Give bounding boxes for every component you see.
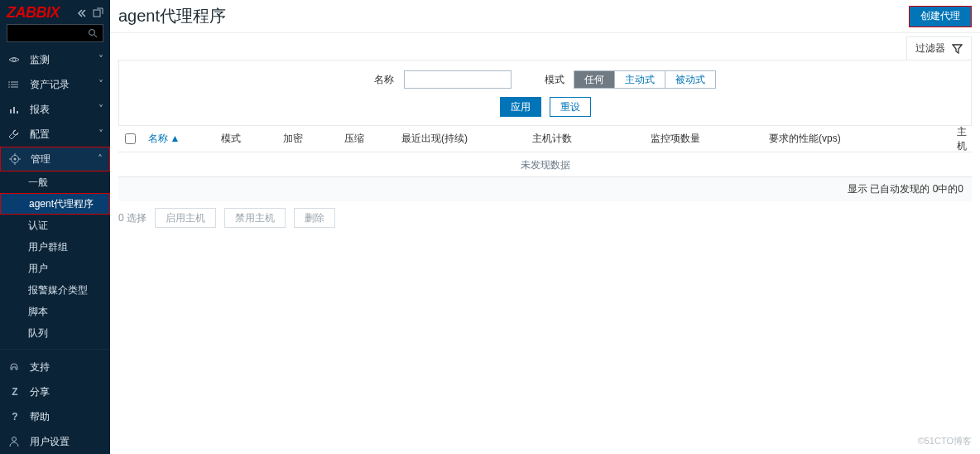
svg-point-3 bbox=[12, 58, 16, 61]
create-proxy-button[interactable]: 创建代理 bbox=[910, 7, 971, 27]
svg-rect-11 bbox=[13, 107, 15, 114]
search-input[interactable] bbox=[12, 27, 88, 39]
chart-icon bbox=[8, 104, 22, 115]
sub-scripts[interactable]: 脚本 bbox=[0, 301, 110, 322]
sub-auth[interactable]: 认证 bbox=[0, 215, 110, 236]
collapse-icon[interactable] bbox=[76, 7, 88, 19]
col-compression[interactable]: 压缩 bbox=[339, 132, 396, 146]
z-icon: Z bbox=[8, 386, 22, 398]
nav-user-settings[interactable]: 用户设置 bbox=[0, 429, 110, 454]
svg-point-8 bbox=[8, 84, 10, 85]
table-header: 名称▲ 模式 加密 压缩 最近出现(持续) 主机计数 监控项数量 要求的性能(v… bbox=[118, 126, 972, 152]
nav-configuration[interactable]: 配置 ˅ bbox=[0, 122, 110, 147]
col-required-perf[interactable]: 要求的性能(vps) bbox=[764, 132, 952, 146]
nav-label: 监测 bbox=[30, 53, 90, 67]
sub-proxies[interactable]: agent代理程序 bbox=[0, 193, 110, 215]
nav-label: 配置 bbox=[30, 128, 90, 142]
mode-passive[interactable]: 被动式 bbox=[665, 71, 715, 88]
col-last-seen[interactable]: 最近出现(持续) bbox=[396, 132, 527, 146]
chevron-down-icon: ˅ bbox=[98, 104, 103, 115]
page-title: agent代理程序 bbox=[118, 5, 226, 27]
svg-rect-0 bbox=[94, 10, 100, 17]
col-host-count[interactable]: 主机计数 bbox=[527, 132, 646, 146]
svg-line-2 bbox=[94, 35, 97, 37]
nav-label: 报表 bbox=[30, 103, 90, 117]
nav-monitoring[interactable]: 监测 ˅ bbox=[0, 47, 110, 72]
col-item-count[interactable]: 监控项数量 bbox=[646, 132, 764, 146]
sub-mediatypes[interactable]: 报警媒介类型 bbox=[0, 279, 110, 301]
nav-menu: 监测 ˅ 资产记录 ˅ 报表 ˅ 配置 ˅ 管理 ˄ bbox=[0, 47, 110, 171]
nav-label: 分享 bbox=[30, 385, 103, 399]
bulk-enable-button[interactable]: 启用主机 bbox=[155, 208, 216, 228]
sort-asc-icon: ▲ bbox=[171, 133, 180, 144]
col-mode[interactable]: 模式 bbox=[216, 132, 277, 146]
filter-apply-button[interactable]: 应用 bbox=[500, 97, 541, 117]
chevron-up-icon: ˄ bbox=[98, 153, 103, 165]
sidebar-top: ZABBIX bbox=[0, 0, 110, 24]
chevron-down-icon: ˅ bbox=[98, 79, 103, 90]
support-icon bbox=[8, 361, 22, 373]
sub-usergroups[interactable]: 用户群组 bbox=[0, 236, 110, 258]
svg-point-19 bbox=[12, 437, 17, 442]
header-row: agent代理程序 创建代理 bbox=[110, 0, 980, 33]
chevron-down-icon: ˅ bbox=[98, 54, 103, 65]
eye-icon bbox=[8, 54, 22, 65]
svg-point-7 bbox=[8, 81, 10, 83]
bulk-disable-button[interactable]: 禁用主机 bbox=[224, 208, 286, 228]
list-icon bbox=[8, 79, 22, 90]
filter-mode-segment: 任何 主动式 被动式 bbox=[574, 70, 716, 89]
nav-administration[interactable]: 管理 ˄ bbox=[0, 147, 110, 171]
col-host[interactable]: 主机 bbox=[952, 125, 972, 153]
sidebar: ZABBIX 监测 ˅ bbox=[0, 0, 110, 454]
selected-count: 0 选择 bbox=[118, 211, 147, 225]
table-empty: 未发现数据 bbox=[118, 152, 972, 177]
filter-name-input[interactable] bbox=[404, 70, 512, 89]
user-icon bbox=[8, 436, 22, 447]
sub-queue[interactable]: 队列 bbox=[0, 322, 110, 344]
popout-icon[interactable] bbox=[93, 7, 103, 19]
select-all-checkbox[interactable] bbox=[125, 133, 136, 144]
filter-label: 过滤器 bbox=[915, 41, 945, 56]
nav-label: 管理 bbox=[31, 152, 89, 167]
search-input-wrap[interactable] bbox=[7, 24, 103, 42]
filter-toggle[interactable]: 过滤器 bbox=[906, 36, 972, 60]
table-summary: 显示 已自动发现的 0中的0 bbox=[118, 177, 972, 201]
filter-reset-button[interactable]: 重设 bbox=[550, 97, 591, 117]
svg-point-14 bbox=[14, 158, 17, 161]
nav-help[interactable]: ? 帮助 bbox=[0, 404, 110, 429]
main-content: agent代理程序 创建代理 过滤器 名称 模式 任何 bbox=[110, 0, 980, 454]
bulk-delete-button[interactable]: 删除 bbox=[294, 208, 335, 228]
nav-inventory[interactable]: 资产记录 ˅ bbox=[0, 72, 110, 97]
filter-name-label: 名称 bbox=[374, 74, 394, 85]
admin-submenu: 一般 agent代理程序 认证 用户群组 用户 报警媒介类型 脚本 队列 bbox=[0, 171, 110, 344]
sub-general[interactable]: 一般 bbox=[0, 171, 110, 193]
search-icon bbox=[88, 28, 98, 38]
nav-share[interactable]: Z 分享 bbox=[0, 379, 110, 404]
nav-label: 资产记录 bbox=[30, 78, 90, 92]
sub-users[interactable]: 用户 bbox=[0, 258, 110, 279]
chevron-down-icon: ˅ bbox=[98, 128, 103, 140]
col-encryption[interactable]: 加密 bbox=[278, 132, 339, 146]
col-name[interactable]: 名称▲ bbox=[143, 132, 217, 146]
gear-icon bbox=[9, 153, 22, 165]
nav-label: 支持 bbox=[30, 360, 103, 374]
svg-rect-12 bbox=[17, 111, 18, 114]
svg-point-1 bbox=[89, 30, 95, 36]
zabbix-logo: ZABBIX bbox=[7, 4, 60, 22]
help-icon: ? bbox=[8, 411, 22, 423]
bottom-menu: 支持 Z 分享 ? 帮助 用户设置 bbox=[0, 349, 110, 454]
mode-active[interactable]: 主动式 bbox=[615, 71, 665, 88]
wrench-icon bbox=[8, 128, 22, 140]
mode-any[interactable]: 任何 bbox=[574, 71, 615, 88]
nav-reports[interactable]: 报表 ˅ bbox=[0, 97, 110, 122]
nav-support[interactable]: 支持 bbox=[0, 355, 110, 379]
proxies-table: 名称▲ 模式 加密 压缩 最近出现(持续) 主机计数 监控项数量 要求的性能(v… bbox=[118, 126, 972, 201]
bulk-actions: 0 选择 启用主机 禁用主机 删除 bbox=[110, 201, 980, 234]
filter-panel: 名称 模式 任何 主动式 被动式 应用 重设 bbox=[118, 60, 972, 126]
nav-label: 用户设置 bbox=[30, 435, 103, 449]
svg-rect-10 bbox=[10, 109, 12, 114]
filter-icon bbox=[952, 43, 963, 54]
svg-point-9 bbox=[8, 86, 10, 88]
nav-label: 帮助 bbox=[30, 410, 103, 424]
filter-mode-label: 模式 bbox=[545, 74, 564, 85]
